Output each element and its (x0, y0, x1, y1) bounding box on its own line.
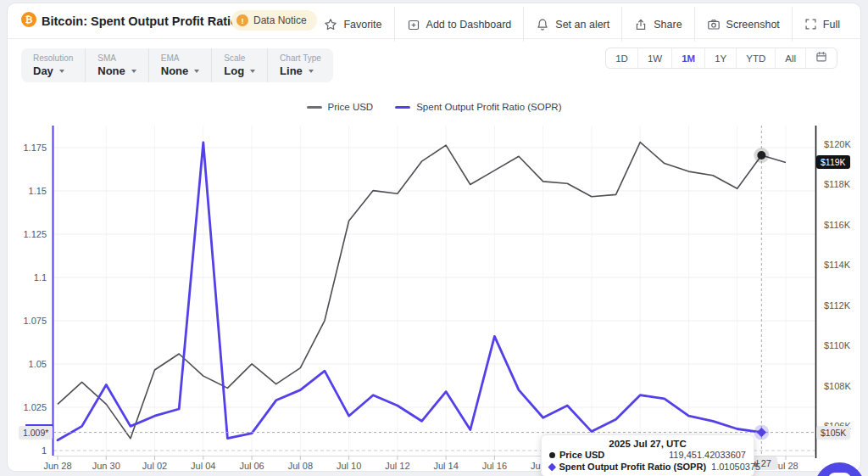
y-axis-left-tick-label: 1.05 (10, 359, 47, 369)
tooltip-series-value: 119,451.42033607 (669, 450, 746, 462)
y-axis-right-tick-label: $118K (824, 179, 850, 189)
series-marker-icon (549, 452, 555, 458)
x-axis-tick-label: Jul 14 (420, 461, 471, 471)
chart-tooltip: 2025 Jul 27, UTC Price USD 119,451.42033… (541, 434, 754, 476)
series-marker-icon (548, 463, 556, 471)
y-axis-left-tick-label: 1.125 (10, 229, 47, 239)
tooltip-row: Spent Output Profit Ratio (SOPR) 1.01050… (549, 462, 746, 473)
x-axis-tick-label: Jul 02 (130, 461, 181, 471)
tooltip-series-value: 1.01050375 (711, 462, 760, 473)
y-axis-right-tick-label: $108K (824, 381, 851, 391)
x-axis-tick-label: Jun 28 (32, 461, 83, 471)
x-axis-tick-label: Jul 06 (226, 461, 277, 471)
y-axis-left-tick-label: 1.025 (10, 402, 47, 412)
y-axis-left-tick-label: 1.175 (10, 143, 47, 153)
y-axis-right-tick-label: $112K (824, 300, 850, 311)
price-crosshair-badge: $105K (816, 426, 850, 440)
price-point-marker (757, 151, 765, 160)
sopr-line (58, 143, 761, 440)
x-axis-tick-label: Jul 12 (372, 461, 423, 471)
sopr-crosshair-badge: 1.009* (19, 426, 53, 440)
tooltip-series-label: Spent Output Profit Ratio (SOPR) (559, 462, 707, 473)
x-axis-tick-label: Jul 10 (324, 461, 375, 471)
y-axis-left-tick-label: 1.075 (10, 316, 47, 326)
tooltip-series-label: Price USD (559, 450, 604, 462)
x-axis-tick-label: Jul 04 (178, 461, 229, 471)
y-axis-right-tick-label: $110K (824, 340, 850, 350)
y-axis-left-tick-label: 1.15 (10, 186, 47, 196)
last-price-badge: $119K (816, 155, 850, 169)
x-axis-tick-label: Jun 30 (81, 461, 131, 471)
y-axis-right-tick-label: $114K (824, 260, 850, 270)
y-axis-right-tick-label: $120K (824, 139, 851, 149)
tooltip-row: Price USD 119,451.42033607 (549, 450, 746, 462)
chart-canvas[interactable] (0, 0, 868, 476)
chat-icon (828, 473, 851, 476)
y-axis-right-tick-label: $116K (824, 220, 850, 230)
y-axis-left-tick-label: 1.1 (10, 272, 47, 283)
x-axis-tick-label: Jul 08 (275, 461, 326, 471)
x-axis-tick-label: Jul 16 (469, 461, 520, 471)
tooltip-date: 2025 Jul 27, UTC (549, 438, 746, 450)
y-axis-left-tick-label: 1 (10, 445, 47, 456)
price-line (58, 143, 786, 439)
